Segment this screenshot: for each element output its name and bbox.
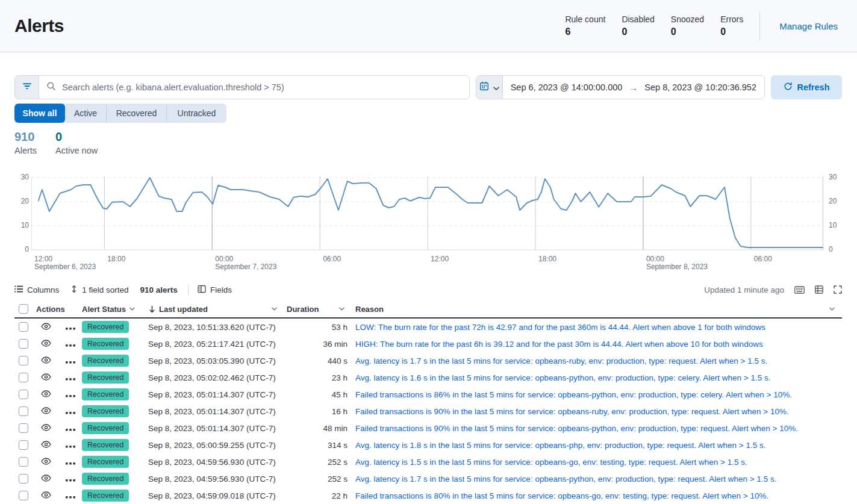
table-row: RecoveredSep 8, 2023, 04:59:56.930 (UTC-…	[14, 470, 842, 487]
more-actions-button[interactable]	[66, 372, 75, 383]
reason-link[interactable]: Failed transactions is 90% in the last 5…	[355, 424, 798, 433]
row-checkbox[interactable]	[19, 339, 28, 349]
reason-link[interactable]: Failed transactions is 90% in the last 5…	[355, 407, 789, 416]
more-actions-button[interactable]	[66, 322, 75, 332]
row-checkbox[interactable]	[19, 356, 28, 366]
eye-icon	[41, 355, 51, 366]
x-axis-tick-label: 12:00	[431, 255, 449, 263]
fields-button[interactable]: Fields	[198, 285, 232, 295]
view-alert-button[interactable]	[41, 473, 51, 484]
row-status-cell: Recovered	[82, 319, 148, 335]
sort-fields-button[interactable]: 1 field sorted	[70, 285, 128, 295]
more-actions-button[interactable]	[66, 473, 75, 484]
date-range-arrow-icon: →	[629, 82, 638, 93]
eye-icon	[41, 338, 51, 349]
date-quick-select-button[interactable]	[476, 76, 503, 99]
chevron-down-icon[interactable]	[829, 307, 835, 311]
eye-icon	[41, 490, 51, 501]
end-date[interactable]: Sep 8, 2023 @ 10:20:36.952	[644, 82, 756, 92]
view-alert-button[interactable]	[41, 423, 51, 434]
row-updated-cell: Sep 8, 2023, 05:02:02.462 (UTC-7)	[148, 369, 281, 386]
refresh-button[interactable]: Refresh	[771, 75, 842, 99]
fullscreen-button[interactable]	[834, 285, 842, 294]
date-range-picker: Sep 6, 2023 @ 14:00:00.000 → Sep 8, 2023…	[476, 75, 765, 99]
more-actions-button[interactable]	[66, 490, 75, 501]
row-checkbox[interactable]	[19, 322, 28, 332]
alert-status-badge: Recovered	[82, 422, 129, 434]
row-checkbox[interactable]	[19, 373, 28, 382]
view-alert-button[interactable]	[41, 355, 51, 366]
more-actions-button[interactable]	[66, 389, 75, 400]
chevron-down-icon[interactable]	[339, 307, 344, 311]
select-all-checkbox[interactable]	[19, 304, 28, 314]
view-alert-button[interactable]	[41, 338, 51, 349]
more-actions-button[interactable]	[66, 456, 75, 467]
row-checkbox[interactable]	[19, 474, 28, 484]
y-axis-tick-label: 0	[11, 245, 29, 254]
alert-status-column-header[interactable]: Alert Status	[82, 300, 148, 317]
duration-value: 36 min	[323, 340, 347, 349]
row-select-cell	[14, 352, 36, 369]
table-row: RecoveredSep 8, 2023, 04:59:09.018 (UTC-…	[14, 487, 842, 504]
filter-button[interactable]	[15, 76, 39, 99]
actions-header-label: Actions	[36, 305, 65, 314]
chart-plot-area[interactable]	[31, 173, 823, 252]
alert-status-badge: Recovered	[82, 388, 129, 400]
row-select-cell	[14, 437, 36, 453]
reason-link[interactable]: Avg. latency is 1.7 s in the last 5 mins…	[355, 356, 767, 366]
reason-column-header[interactable]: Reason	[349, 300, 842, 317]
stat-value: 0	[720, 25, 743, 39]
more-actions-button[interactable]	[66, 440, 75, 450]
reason-link[interactable]: Avg. latency is 1.5 s in the last 5 mins…	[355, 458, 747, 467]
date-range-display: Sep 6, 2023 @ 14:00:00.000 → Sep 8, 2023…	[503, 76, 764, 99]
more-actions-button[interactable]	[66, 423, 75, 434]
refresh-label: Refresh	[797, 82, 830, 92]
view-alert-button[interactable]	[41, 389, 51, 400]
manage-rules-link[interactable]: Manage Rules	[779, 21, 838, 31]
columns-button[interactable]: Columns	[14, 285, 59, 295]
filter-recovered-button[interactable]: Recovered	[106, 104, 166, 123]
alerts-count-stat: 910 Alerts	[14, 129, 37, 155]
alert-status-badge: Recovered	[82, 355, 129, 367]
alerts-count-label: Alerts	[14, 146, 37, 155]
view-alert-button[interactable]	[41, 490, 51, 501]
chevron-down-icon[interactable]	[272, 307, 277, 311]
row-updated-cell: Sep 8, 2023, 04:59:09.018 (UTC-7)	[148, 487, 281, 504]
keyboard-shortcuts-button[interactable]	[794, 286, 805, 294]
row-checkbox[interactable]	[19, 440, 28, 450]
last-updated-column-header[interactable]: Last updated	[148, 300, 281, 317]
row-checkbox[interactable]	[19, 491, 28, 500]
reason-link[interactable]: LOW: The burn rate for the past 72h is 4…	[355, 323, 765, 332]
view-alert-button[interactable]	[41, 372, 51, 383]
reason-link[interactable]: Avg. latency is 1.8 s in the last 5 mins…	[355, 441, 766, 450]
duration-column-header[interactable]: Duration	[281, 300, 349, 317]
row-actions-cell	[36, 352, 82, 369]
more-actions-button[interactable]	[66, 338, 75, 349]
row-reason-cell: HIGH: The burn rate for the past 6h is 3…	[349, 335, 842, 352]
reason-link[interactable]: HIGH: The burn rate for the past 6h is 3…	[355, 340, 763, 349]
more-actions-button[interactable]	[66, 406, 75, 417]
row-checkbox[interactable]	[19, 390, 28, 399]
view-alert-button[interactable]	[41, 406, 51, 417]
search-input[interactable]	[61, 82, 462, 93]
view-alert-button[interactable]	[41, 456, 51, 467]
more-actions-button[interactable]	[66, 355, 75, 366]
start-date[interactable]: Sep 6, 2023 @ 14:00:00.000	[511, 82, 623, 92]
filter-untracked-button[interactable]: Untracked	[166, 104, 226, 123]
filter-active-button[interactable]: Active	[65, 104, 106, 123]
row-checkbox[interactable]	[19, 423, 28, 433]
reason-link[interactable]: Failed transactions is 80% in the last 5…	[355, 491, 768, 500]
chevron-down-icon[interactable]	[129, 307, 135, 311]
row-checkbox[interactable]	[19, 457, 28, 467]
display-options-button[interactable]	[815, 285, 823, 294]
stat-label: Snoozed	[671, 13, 704, 25]
view-alert-button[interactable]	[41, 440, 51, 450]
reason-link[interactable]: Failed transactions is 86% in the last 5…	[355, 390, 792, 399]
row-duration-cell: 36 min	[281, 335, 349, 352]
row-checkbox[interactable]	[19, 406, 28, 416]
reason-link[interactable]: Avg. latency is 1.6 s in the last 5 mins…	[355, 373, 771, 382]
table-row: RecoveredSep 8, 2023, 05:21:17.421 (UTC-…	[14, 335, 842, 352]
filter-show-all-button[interactable]: Show all	[14, 104, 65, 123]
view-alert-button[interactable]	[41, 322, 51, 332]
reason-link[interactable]: Avg. latency is 1.7 s in the last 5 mins…	[355, 474, 777, 484]
